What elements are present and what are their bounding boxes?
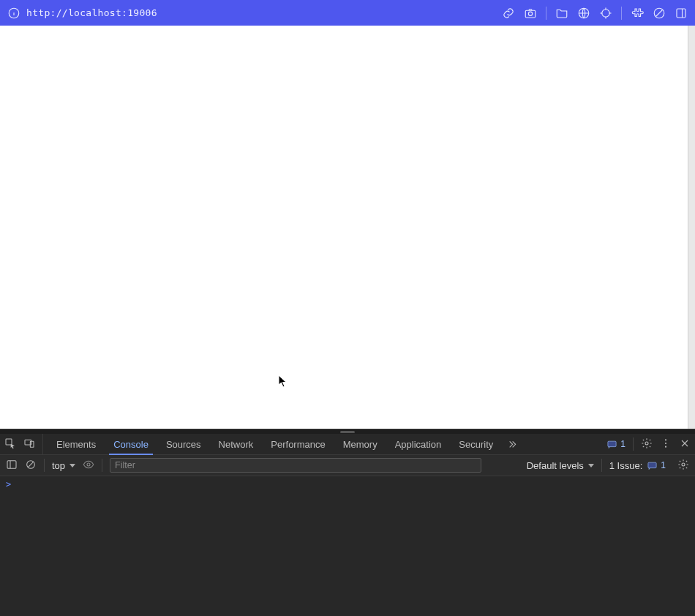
site-info-icon[interactable] — [7, 7, 20, 20]
tab-elements[interactable]: Elements — [48, 434, 105, 454]
svg-point-19 — [645, 442, 648, 445]
live-expression-icon[interactable] — [83, 459, 94, 473]
close-devtools-icon[interactable] — [679, 437, 691, 451]
separator — [621, 7, 622, 20]
svg-rect-25 — [7, 460, 16, 468]
address-bar: http://localhost:19006 — [0, 0, 695, 26]
issues-count: 1 — [661, 460, 666, 470]
svg-rect-17 — [30, 441, 34, 447]
separator — [633, 437, 634, 451]
address-bar-actions — [502, 7, 688, 20]
issues-label: 1 Issue: — [609, 460, 643, 471]
target-icon[interactable] — [599, 7, 612, 20]
block-icon[interactable] — [653, 7, 666, 20]
more-tabs-icon[interactable] — [506, 437, 518, 451]
log-levels-selector[interactable]: Default levels — [527, 460, 594, 471]
viewport-scrollbar-gutter — [688, 26, 695, 429]
tab-application[interactable]: Application — [386, 434, 451, 454]
messages-badge[interactable]: 1 — [606, 439, 626, 450]
separator — [102, 459, 102, 472]
device-toolbar-icon[interactable] — [23, 437, 35, 451]
devtools-tabstrip: Elements Console Sources Network Perform… — [0, 434, 695, 455]
tab-security[interactable]: Security — [450, 434, 502, 454]
console-settings-gear-icon[interactable] — [677, 459, 689, 473]
svg-point-20 — [665, 439, 666, 440]
svg-rect-30 — [648, 462, 656, 468]
console-prompt: > — [6, 479, 11, 489]
camera-icon[interactable] — [524, 7, 537, 20]
console-sidebar-toggle-icon[interactable] — [6, 459, 18, 473]
svg-point-22 — [665, 446, 666, 447]
tab-sources[interactable]: Sources — [157, 434, 210, 454]
console-output[interactable]: > — [0, 476, 695, 616]
link-icon[interactable] — [502, 7, 515, 20]
separator — [44, 459, 45, 472]
devtools-panel: Elements Console Sources Network Perform… — [0, 429, 695, 616]
svg-rect-18 — [608, 441, 616, 447]
context-label: top — [52, 460, 65, 471]
settings-gear-icon[interactable] — [641, 437, 653, 451]
url-text[interactable]: http://localhost:19006 — [26, 7, 157, 18]
svg-point-6 — [602, 9, 610, 17]
tab-performance[interactable]: Performance — [262, 434, 334, 454]
chevron-down-icon — [588, 464, 594, 467]
svg-point-29 — [87, 463, 90, 466]
svg-line-28 — [29, 462, 34, 467]
svg-line-12 — [656, 10, 663, 16]
svg-point-21 — [665, 442, 666, 443]
folder-icon[interactable] — [555, 7, 568, 20]
tab-network[interactable]: Network — [210, 434, 263, 454]
separator — [601, 459, 602, 472]
mouse-cursor — [278, 375, 288, 391]
svg-point-31 — [682, 463, 685, 466]
tab-memory[interactable]: Memory — [334, 434, 386, 454]
svg-rect-13 — [677, 9, 685, 18]
clear-console-icon[interactable] — [25, 459, 37, 473]
globe-icon[interactable] — [577, 7, 590, 20]
console-toolbar: top Default levels 1 Issue: 1 — [0, 455, 695, 476]
messages-count: 1 — [620, 439, 626, 449]
split-panel-icon[interactable] — [675, 7, 688, 20]
levels-label: Default levels — [527, 460, 584, 471]
svg-point-4 — [528, 12, 532, 15]
kebab-menu-icon[interactable] — [660, 437, 672, 451]
issues-counter[interactable]: 1 Issue: 1 — [609, 460, 666, 471]
tab-console[interactable]: Console — [105, 434, 157, 454]
page-viewport — [0, 26, 695, 429]
inspect-element-icon[interactable] — [4, 437, 16, 451]
separator — [546, 7, 546, 20]
console-filter-input[interactable] — [110, 458, 481, 473]
extensions-icon[interactable] — [631, 7, 644, 20]
execution-context-selector[interactable]: top — [52, 460, 75, 471]
chevron-down-icon — [70, 464, 75, 467]
